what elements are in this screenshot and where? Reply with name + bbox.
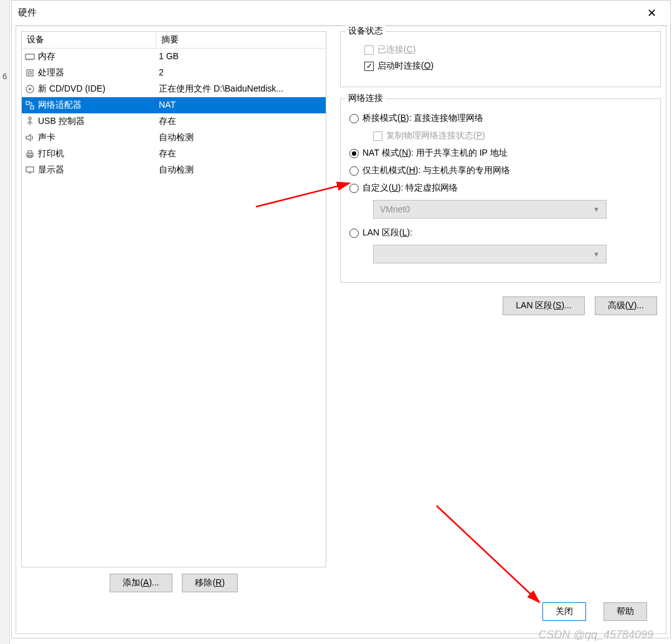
nat-radio[interactable] xyxy=(349,149,359,158)
chevron-down-icon: ▼ xyxy=(593,206,600,213)
dialog-title: 硬件 xyxy=(18,7,639,19)
advanced-button[interactable]: 高级(V)... xyxy=(595,296,657,315)
connect-at-poweron-checkbox[interactable] xyxy=(364,62,374,71)
header-summary: 摘要 xyxy=(156,32,326,48)
lan-segment-select: ▼ xyxy=(373,245,607,263)
svg-point-6 xyxy=(26,85,34,93)
device-name: 处理器 xyxy=(38,67,64,78)
lan-segment-radio-row[interactable]: LAN 区段(L): xyxy=(349,227,651,239)
svg-rect-0 xyxy=(26,54,34,59)
connect-at-poweron-label: 启动时连接(O) xyxy=(377,60,433,72)
net-icon xyxy=(24,100,35,111)
device-table[interactable]: 设备 摘要 内存 1 GB 处理器 2 新 CD/DVD (IDE) 正在使用文… xyxy=(21,31,326,567)
connected-checkbox xyxy=(364,45,374,55)
svg-rect-9 xyxy=(31,106,34,109)
device-state-group: 设备状态 已连接(C) 启动时连接(O) xyxy=(340,31,661,87)
table-row[interactable]: 网络适配器 NAT xyxy=(22,97,326,113)
custom-radio[interactable] xyxy=(349,184,359,193)
table-row[interactable]: 打印机 存在 xyxy=(22,146,326,162)
custom-radio-row[interactable]: 自定义(U): 特定虚拟网络 xyxy=(349,182,651,194)
device-summary: 存在 xyxy=(156,147,326,161)
hostonly-radio-row[interactable]: 仅主机模式(H): 与主机共享的专用网络 xyxy=(349,165,651,176)
lan-segment-label: LAN 区段(L): xyxy=(362,227,412,239)
hostonly-label: 仅主机模式(H): 与主机共享的专用网络 xyxy=(362,165,510,176)
nat-label: NAT 模式(N): 用于共享主机的 IP 地址 xyxy=(362,148,508,159)
network-extra-buttons: LAN 区段(S)... 高级(V)... xyxy=(340,296,661,315)
svg-rect-19 xyxy=(26,167,34,172)
bridged-radio[interactable] xyxy=(349,114,359,123)
replicate-state-row: 复制物理网络连接状态(P) xyxy=(373,130,651,141)
cd-icon xyxy=(24,83,35,95)
custom-label: 自定义(U): 特定虚拟网络 xyxy=(362,182,458,194)
background-number: 6 xyxy=(2,72,7,81)
device-name: 新 CD/DVD (IDE) xyxy=(38,83,105,95)
table-row[interactable]: 显示器 自动检测 xyxy=(22,162,326,178)
table-row[interactable]: 处理器 2 xyxy=(22,65,326,81)
svg-rect-17 xyxy=(28,151,32,153)
device-name: 显示器 xyxy=(38,164,64,176)
network-connection-group: 网络连接 桥接模式(B): 直接连接物理网络 复制物理网络连接状态(P) NAT… xyxy=(340,98,661,283)
svg-rect-5 xyxy=(29,72,31,74)
device-name: 内存 xyxy=(38,51,55,62)
network-connection-legend: 网络连接 xyxy=(346,93,386,104)
add-button[interactable]: 添加(A)... xyxy=(110,574,172,592)
help-button[interactable]: 帮助 xyxy=(603,602,647,621)
device-buttons: 添加(A)... 移除(R) xyxy=(21,574,326,595)
device-summary: 存在 xyxy=(156,115,326,128)
dialog-footer: 关闭 帮助 xyxy=(21,595,661,628)
bridged-label: 桥接模式(B): 直接连接物理网络 xyxy=(362,113,483,124)
device-summary: 2 xyxy=(156,66,326,80)
dialog-body: 设备 摘要 内存 1 GB 处理器 2 新 CD/DVD (IDE) 正在使用文… xyxy=(16,26,666,634)
device-summary: NAT xyxy=(156,98,326,112)
svg-rect-4 xyxy=(27,70,33,76)
table-row[interactable]: 新 CD/DVD (IDE) 正在使用文件 D:\BaiduNetdisk... xyxy=(22,81,326,97)
nat-radio-row[interactable]: NAT 模式(N): 用于共享主机的 IP 地址 xyxy=(349,148,651,159)
device-summary: 正在使用文件 D:\BaiduNetdisk... xyxy=(156,82,326,96)
cpu-icon xyxy=(24,67,35,78)
device-list-panel: 设备 摘要 内存 1 GB 处理器 2 新 CD/DVD (IDE) 正在使用文… xyxy=(21,31,326,595)
device-summary: 1 GB xyxy=(156,50,326,64)
device-state-legend: 设备状态 xyxy=(346,26,386,37)
table-row[interactable]: USB 控制器 存在 xyxy=(22,113,326,130)
device-name: USB 控制器 xyxy=(38,116,85,127)
background-strip xyxy=(0,0,10,644)
usb-icon xyxy=(24,116,35,127)
close-icon[interactable]: ✕ xyxy=(639,1,664,26)
display-icon xyxy=(24,164,35,176)
svg-rect-8 xyxy=(26,102,29,105)
printer-icon xyxy=(24,148,35,159)
hardware-dialog: 硬件 ✕ 设备 摘要 内存 1 GB 处理器 2 新 CD/DV xyxy=(11,0,671,638)
bridged-radio-row[interactable]: 桥接模式(B): 直接连接物理网络 xyxy=(349,113,651,124)
lan-segments-button[interactable]: LAN 区段(S)... xyxy=(503,296,584,315)
table-row[interactable]: 内存 1 GB xyxy=(22,49,326,65)
header-device: 设备 xyxy=(22,32,156,48)
device-name: 声卡 xyxy=(38,132,55,143)
device-name: 网络适配器 xyxy=(38,100,82,111)
close-button[interactable]: 关闭 xyxy=(542,602,586,621)
table-row[interactable]: 声卡 自动检测 xyxy=(22,130,326,146)
device-summary: 自动检测 xyxy=(156,163,326,177)
replicate-state-checkbox xyxy=(373,131,382,141)
remove-button[interactable]: 移除(R) xyxy=(182,574,237,592)
svg-point-7 xyxy=(29,88,31,90)
memory-icon xyxy=(24,51,35,62)
settings-panel: 设备状态 已连接(C) 启动时连接(O) 网络连接 桥接模式(B): 直接连接物 xyxy=(340,31,661,595)
device-summary: 自动检测 xyxy=(156,131,326,144)
sound-icon xyxy=(24,132,35,143)
hostonly-radio[interactable] xyxy=(349,166,359,176)
connected-label: 已连接(C) xyxy=(377,44,415,55)
svg-point-12 xyxy=(29,117,31,120)
chevron-down-icon: ▼ xyxy=(593,250,600,258)
titlebar: 硬件 ✕ xyxy=(12,1,670,26)
device-name: 打印机 xyxy=(38,148,64,159)
connect-at-poweron-row[interactable]: 启动时连接(O) xyxy=(364,60,651,72)
custom-network-value: VMnet0 xyxy=(380,204,410,214)
lan-segment-radio[interactable] xyxy=(349,229,359,238)
replicate-state-label: 复制物理网络连接状态(P) xyxy=(386,130,485,141)
device-table-header: 设备 摘要 xyxy=(22,32,326,49)
connected-checkbox-row: 已连接(C) xyxy=(364,44,651,55)
custom-network-select: VMnet0 ▼ xyxy=(373,200,607,219)
